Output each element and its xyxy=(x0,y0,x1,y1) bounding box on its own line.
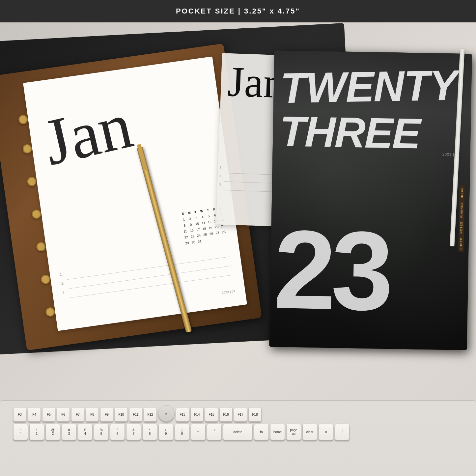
planner-page: Jan SMTWTFS 1234567 891011121314 1516171… xyxy=(23,56,247,331)
mag-23-text: 23 xyxy=(273,224,389,316)
keyboard-wrapper: F3 F4 F5 F6 F7 F8 F9 F10 F11 F12 ⏏ F13 F… xyxy=(0,405,476,474)
key-minus[interactable]: _- xyxy=(191,424,206,440)
key-backtick[interactable]: ~` xyxy=(13,424,28,440)
mag-twenty-text: TWENTY xyxy=(280,64,458,109)
key-f7[interactable]: F7 xyxy=(71,407,84,422)
key-numpad-slash[interactable]: / xyxy=(335,424,350,440)
key-f9[interactable]: F9 xyxy=(100,407,113,422)
ring-6 xyxy=(41,274,51,285)
key-f17[interactable]: F17 xyxy=(234,407,247,422)
key-8[interactable]: *8 xyxy=(142,424,157,440)
key-1[interactable]: !1 xyxy=(29,424,44,440)
header-title: POCKET SIZE | 3.25" x 4.75" xyxy=(176,7,300,15)
key-9[interactable]: (9 xyxy=(158,424,173,440)
key-f8[interactable]: F8 xyxy=(86,407,99,422)
key-f13[interactable]: F13 xyxy=(176,407,189,422)
key-f18[interactable]: F18 xyxy=(248,407,262,422)
key-f16[interactable]: F16 xyxy=(219,407,233,422)
mag-three-text: THREE xyxy=(279,106,420,158)
spine-tab-finance: FINANCE xyxy=(459,200,464,219)
key-f11[interactable]: F11 xyxy=(129,407,142,422)
key-home[interactable]: home xyxy=(270,424,285,440)
ring-4 xyxy=(31,209,42,219)
key-0[interactable]: )0 xyxy=(175,424,189,440)
planner-jan-text: Jan xyxy=(38,92,138,176)
spine-tab-ideas: IDEAS xyxy=(459,185,465,200)
planner-year: 2023 | 01 xyxy=(221,289,236,295)
key-f3[interactable]: F3 xyxy=(13,407,26,422)
spine-tab-notes: NOTES xyxy=(459,219,464,235)
key-3[interactable]: #3 xyxy=(62,424,76,440)
key-f10[interactable]: F10 xyxy=(115,407,128,422)
key-f6[interactable]: F6 xyxy=(57,407,70,422)
keyboard-row-function: F3 F4 F5 F6 F7 F8 F9 F10 F11 F12 ⏏ F13 F… xyxy=(10,405,466,422)
dark-magazine: TWENTY THREE 23 2023 | 01 IDEAS FINANCE … xyxy=(269,50,472,350)
key-f15[interactable]: F15 xyxy=(205,407,218,422)
key-f5[interactable]: F5 xyxy=(42,407,55,422)
main-image-area: Jan SMTWTFS 1234567 891011121314 1516171… xyxy=(0,22,476,476)
key-f12[interactable]: F12 xyxy=(144,407,157,422)
keyboard-row-numbers: ~` !1 @2 #3 $4 %5 ^6 &7 *8 (9 )0 _- += d… xyxy=(10,424,466,440)
key-5[interactable]: %5 xyxy=(94,424,109,440)
keyboard-area: F3 F4 F5 F6 F7 F8 F9 F10 F11 F12 ⏏ F13 F… xyxy=(0,400,476,476)
ring-1 xyxy=(18,114,28,125)
key-pageup[interactable]: pageup xyxy=(286,424,301,440)
key-f14[interactable]: F14 xyxy=(190,407,204,422)
key-numpad-equals[interactable]: = xyxy=(319,424,333,440)
key-delete[interactable]: delete xyxy=(223,424,253,440)
dark-mag-cover: TWENTY THREE 23 2023 | 01 xyxy=(269,50,472,350)
ring-3 xyxy=(27,176,37,187)
ring-5 xyxy=(36,241,46,252)
key-fn[interactable]: fn xyxy=(254,424,269,440)
key-clear[interactable]: clear xyxy=(302,424,317,440)
key-6[interactable]: ^6 xyxy=(110,424,125,440)
ring-2 xyxy=(22,144,33,154)
planner-lines xyxy=(66,249,233,299)
ring-7 xyxy=(45,307,56,317)
spine-tab-photo: PHOTO xyxy=(458,235,464,251)
key-eject[interactable]: ⏏ xyxy=(158,405,175,422)
key-f4[interactable]: F4 xyxy=(28,407,41,422)
header-bar: POCKET SIZE | 3.25" x 4.75" xyxy=(0,0,476,22)
key-4[interactable]: $4 xyxy=(78,424,93,440)
key-2[interactable]: @2 xyxy=(45,424,60,440)
key-equals[interactable]: += xyxy=(207,424,222,440)
key-7[interactable]: &7 xyxy=(126,424,141,440)
